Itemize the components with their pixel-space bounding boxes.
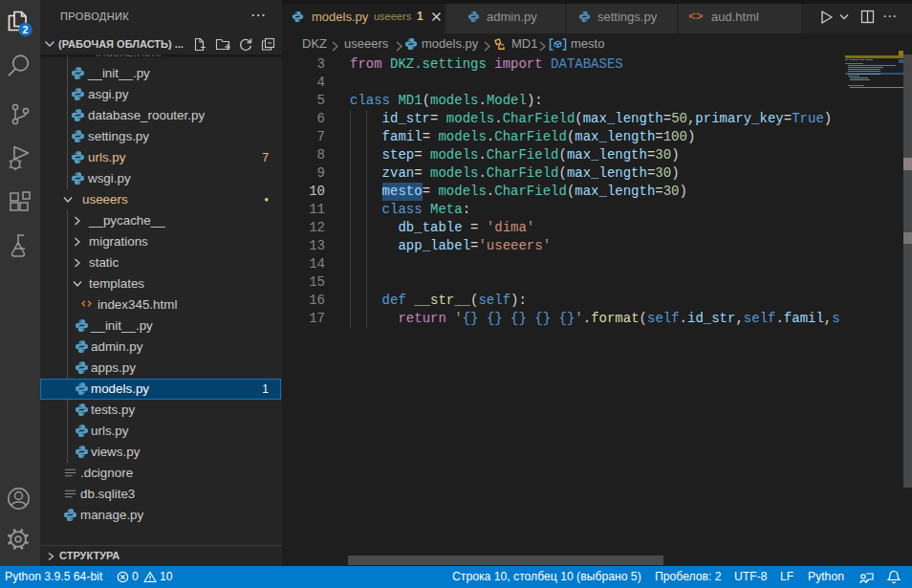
svg-text:2: 2 [23,24,29,35]
